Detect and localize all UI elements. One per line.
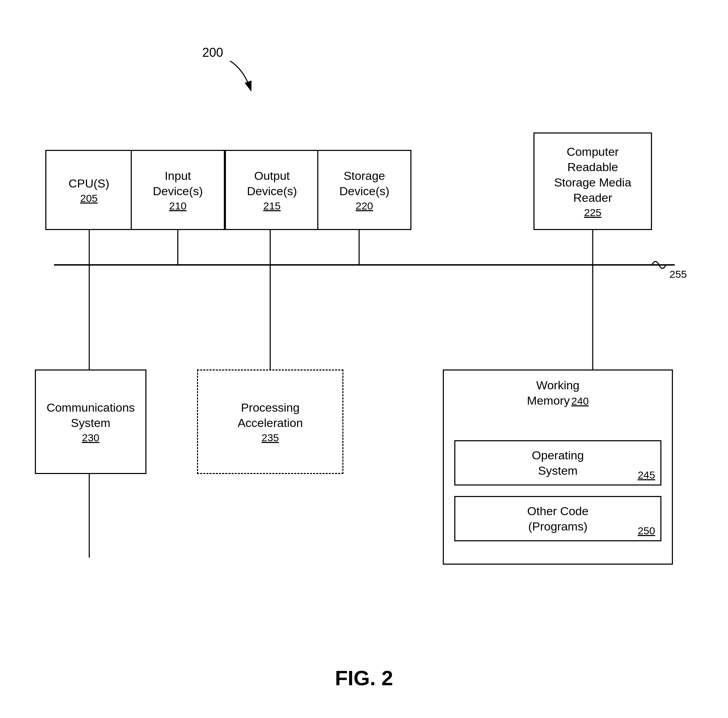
os-number: 245	[638, 469, 655, 481]
other-code-box: Other Code(Programs) 250	[454, 496, 661, 541]
other-code-label: Other Code(Programs)	[527, 503, 589, 534]
input-device-label: InputDevice(s)	[153, 168, 203, 199]
comm-system-number: 230	[82, 432, 99, 444]
storage-device-box: StorageDevice(s) 220	[317, 150, 411, 230]
input-device-box: InputDevice(s) 210	[131, 150, 225, 230]
storage-device-number: 220	[356, 200, 373, 212]
working-memory-box: WorkingMemory 240 OperatingSystem 245 Ot…	[443, 370, 673, 565]
comm-system-box: CommunicationsSystem 230	[35, 370, 147, 474]
storage-device-label: StorageDevice(s)	[339, 168, 390, 199]
csm-reader-number: 225	[584, 207, 601, 218]
cpu-label: CPU(S)	[68, 176, 109, 191]
proc-accel-number: 235	[262, 432, 279, 444]
fig-caption: FIG. 2	[335, 666, 393, 690]
comm-system-label: CommunicationsSystem	[46, 400, 135, 431]
input-device-number: 210	[169, 200, 187, 212]
csm-reader-label: ComputerReadableStorage MediaReader	[554, 144, 631, 206]
proc-accel-box: ProcessingAcceleration 235	[197, 370, 343, 474]
ref-200-label: 200	[202, 45, 223, 60]
cpu-number: 205	[80, 192, 98, 204]
proc-accel-label: ProcessingAcceleration	[237, 400, 303, 431]
ref-255-label: 255	[670, 268, 687, 280]
output-device-box: OutputDevice(s) 215	[225, 150, 319, 230]
cpu-box: CPU(S) 205	[45, 150, 133, 230]
os-box: OperatingSystem 245	[454, 440, 661, 486]
diagram-svg	[0, 0, 728, 718]
working-memory-number: 240	[572, 395, 589, 407]
other-code-number: 250	[638, 525, 655, 537]
output-device-number: 215	[263, 200, 281, 212]
output-device-label: OutputDevice(s)	[247, 168, 297, 199]
os-label: OperatingSystem	[532, 448, 584, 478]
csm-reader-box: ComputerReadableStorage MediaReader 225	[534, 133, 652, 230]
diagram-container: 200 255	[0, 0, 728, 718]
